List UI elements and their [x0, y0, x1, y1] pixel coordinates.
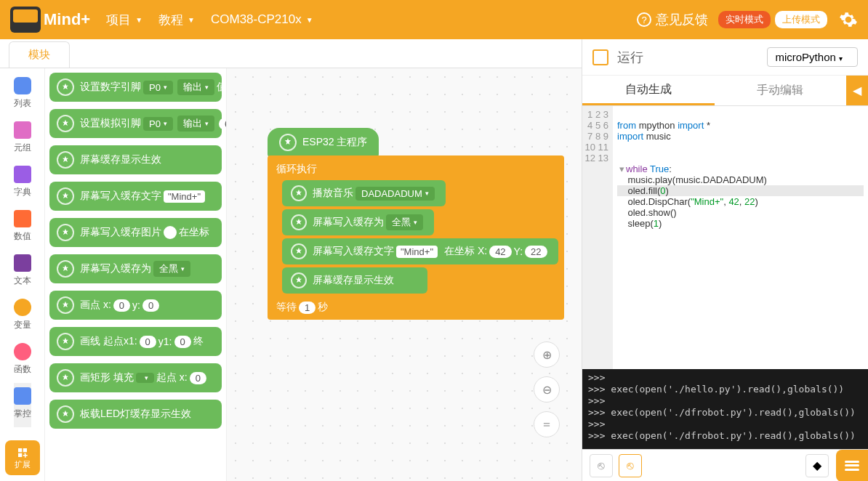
- category-函数[interactable]: 函数: [14, 339, 31, 383]
- zoom-out-button[interactable]: ⊖: [534, 376, 560, 403]
- block-icon: [57, 151, 74, 169]
- block-icon: [57, 333, 74, 350]
- block-icon: [57, 224, 74, 241]
- category-icon: [14, 254, 31, 272]
- right-header: 运行 microPython ▾: [582, 39, 868, 76]
- category-rail: 列表元组字典数值文本变量函数掌控 扩展: [0, 68, 45, 481]
- mode-live-button[interactable]: 实时模式: [718, 11, 771, 28]
- tab-auto-generate[interactable]: 自动生成: [582, 76, 715, 105]
- module-tab[interactable]: 模块: [9, 41, 70, 68]
- category-元组[interactable]: 元组: [14, 117, 31, 161]
- collapse-button[interactable]: ◀: [846, 76, 868, 105]
- palette-block[interactable]: 设置数字引脚P0输出值: [49, 73, 222, 102]
- wait-value[interactable]: 1: [299, 302, 316, 314]
- code-content: from mpython import * import music ▾whil…: [613, 106, 868, 369]
- question-icon: ?: [637, 12, 651, 27]
- feedback-button[interactable]: ? 意见反馈: [637, 11, 708, 28]
- block-icon: [57, 369, 74, 387]
- logo-icon: [10, 7, 41, 33]
- block-icon: [57, 260, 74, 278]
- usb-icon-off[interactable]: ⎋: [590, 454, 613, 477]
- caret-icon: ▼: [135, 16, 142, 24]
- loop-block[interactable]: 循环执行 播放音乐DADADADUM屏幕写入缓存为全黑屏幕写入缓存文字"Mind…: [268, 155, 564, 320]
- category-icon: [14, 299, 31, 316]
- menu-tutorial[interactable]: 教程▼: [158, 12, 195, 28]
- category-icon: [14, 343, 31, 360]
- block-icon: [291, 243, 307, 259]
- menu-icon[interactable]: [836, 450, 868, 482]
- bottom-bar: ⎋ ⎋ ◆: [582, 449, 868, 481]
- block-icon: [291, 272, 307, 288]
- block-icon: [57, 115, 74, 132]
- palette-block[interactable]: 屏幕写入缓存为全黑: [49, 254, 222, 283]
- menu-project[interactable]: 项目▼: [106, 12, 142, 28]
- erase-icon[interactable]: ◆: [805, 454, 829, 477]
- script-block[interactable]: 屏幕写入缓存文字"Mind+"在坐标 X:42Y:22: [282, 238, 558, 264]
- block-icon: [57, 296, 74, 314]
- category-icon: [14, 210, 31, 227]
- script-stack[interactable]: ESP32 主程序 循环执行 播放音乐DADADADUM屏幕写入缓存为全黑屏幕写…: [268, 128, 564, 320]
- save-icon[interactable]: [592, 49, 608, 65]
- category-文本[interactable]: 文本: [14, 250, 31, 294]
- hat-block[interactable]: ESP32 主程序: [268, 128, 379, 157]
- tab-row: 模块: [0, 39, 582, 68]
- category-字典[interactable]: 字典: [14, 161, 31, 206]
- category-列表[interactable]: 列表: [14, 73, 31, 117]
- category-icon: [14, 121, 31, 139]
- category-掌控[interactable]: 掌控: [14, 383, 31, 427]
- palette-block[interactable]: 画点 x:0y:0: [49, 291, 222, 320]
- mode-upload-button[interactable]: 上传模式: [775, 11, 827, 28]
- line-gutter: 1 2 3 4 5 6 7 8 9 10 11 12 13: [582, 106, 613, 369]
- category-icon: [14, 77, 31, 94]
- run-button[interactable]: 运行: [617, 49, 767, 66]
- script-block[interactable]: 播放音乐DADADADUM: [282, 180, 446, 206]
- palette-block[interactable]: 设置模拟引脚P0输出6: [49, 109, 222, 138]
- menu-port[interactable]: COM38-CP210x▼: [211, 12, 313, 27]
- code-editor[interactable]: 1 2 3 4 5 6 7 8 9 10 11 12 13 from mpyth…: [582, 106, 868, 369]
- extension-button[interactable]: 扩展: [5, 440, 40, 475]
- palette-block[interactable]: 屏幕写入缓存文字"Mind+": [49, 182, 222, 211]
- palette-block[interactable]: 画线 起点x1:0y1:0终: [49, 327, 222, 356]
- block-icon: [279, 134, 297, 151]
- category-icon: [14, 166, 31, 183]
- block-icon: [291, 185, 307, 201]
- palette-block[interactable]: 屏幕缓存显示生效: [49, 145, 222, 174]
- block-icon: [291, 214, 307, 230]
- category-变量[interactable]: 变量: [14, 294, 31, 339]
- gear-icon[interactable]: [839, 10, 858, 29]
- tab-manual-edit[interactable]: 手动编辑: [715, 76, 847, 105]
- palette-block[interactable]: 画矩形 填充起点 x:0: [49, 363, 222, 392]
- block-icon: [57, 187, 74, 205]
- script-block[interactable]: 屏幕写入缓存为全黑: [282, 209, 434, 235]
- header: Mind+ 项目▼ 教程▼ COM38-CP210x▼ ? 意见反馈 实时模式 …: [0, 0, 868, 39]
- script-block[interactable]: 屏幕缓存显示生效: [282, 267, 427, 294]
- console[interactable]: >>> >>> exec(open('./hello.py').read(),g…: [582, 369, 868, 449]
- block-icon: [57, 78, 74, 96]
- canvas[interactable]: ESP32 主程序 循环执行 播放音乐DADADADUM屏幕写入缓存为全黑屏幕写…: [227, 68, 582, 481]
- zoom-reset-button[interactable]: ＝: [534, 411, 560, 437]
- logo[interactable]: Mind+: [10, 7, 90, 33]
- zoom-in-button[interactable]: ⊕: [534, 341, 560, 368]
- palette-block[interactable]: 屏幕写入缓存图片⚙在坐标: [49, 218, 222, 247]
- usb-icon-on[interactable]: ⎋: [619, 454, 642, 477]
- caret-icon: ▼: [306, 16, 313, 24]
- palette-block[interactable]: 板载LED灯缓存显示生效: [49, 400, 222, 429]
- category-icon: [14, 387, 31, 405]
- caret-icon: ▼: [188, 16, 195, 24]
- language-select[interactable]: microPython ▾: [767, 47, 858, 67]
- category-数值[interactable]: 数值: [14, 206, 31, 250]
- block-icon: [57, 405, 74, 423]
- brand-text: Mind+: [44, 10, 90, 29]
- block-palette[interactable]: 设置数字引脚P0输出值设置模拟引脚P0输出6屏幕缓存显示生效屏幕写入缓存文字"M…: [45, 68, 227, 481]
